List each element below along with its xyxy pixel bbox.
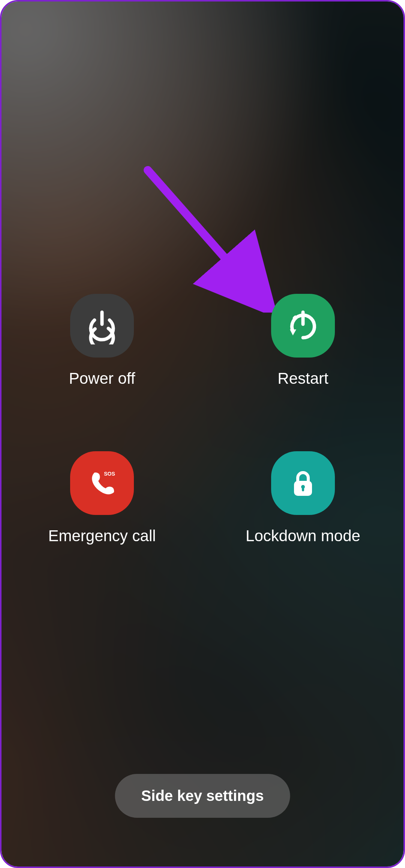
emergency-call-label: Emergency call (48, 527, 156, 545)
power-off-label: Power off (69, 370, 135, 388)
svg-rect-6 (302, 487, 304, 491)
restart-tile (271, 294, 335, 358)
restart-button[interactable]: Restart (202, 294, 404, 388)
lockdown-mode-label: Lockdown mode (246, 527, 360, 545)
restart-icon (284, 307, 322, 344)
restart-label: Restart (278, 370, 328, 388)
power-icon (83, 307, 121, 344)
phone-sos-icon: SOS (83, 464, 121, 502)
power-menu-screen: Power off Restart SOS Emerg (0, 0, 405, 868)
power-options-grid: Power off Restart SOS Emerg (2, 294, 404, 545)
lockdown-mode-button[interactable]: Lockdown mode (202, 451, 404, 545)
side-key-settings-button[interactable]: Side key settings (115, 774, 290, 818)
emergency-call-button[interactable]: SOS Emergency call (2, 451, 202, 545)
svg-marker-2 (290, 329, 296, 335)
lock-icon (284, 464, 322, 502)
sos-badge: SOS (104, 471, 115, 477)
power-off-button[interactable]: Power off (2, 294, 202, 388)
emergency-call-tile: SOS (70, 451, 134, 515)
power-off-tile (70, 294, 134, 358)
lockdown-mode-tile (271, 451, 335, 515)
